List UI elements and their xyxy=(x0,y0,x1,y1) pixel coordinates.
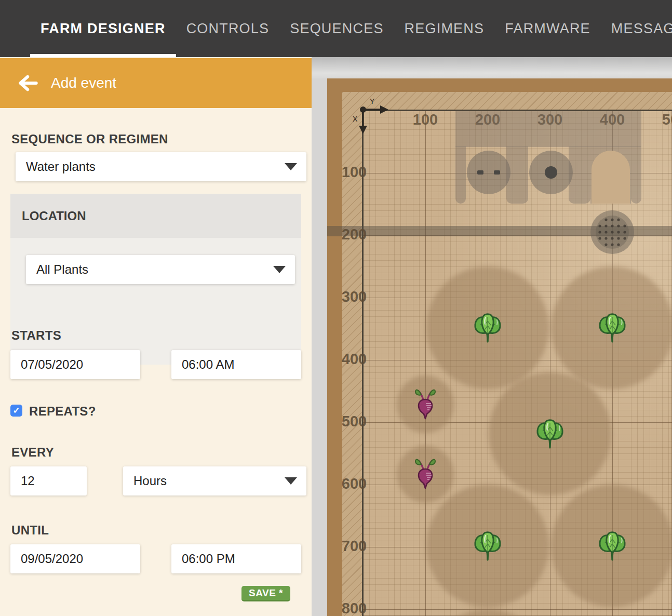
y-axis-tick-label: 500 xyxy=(662,111,672,128)
garden-map: 100200300400500 100200300400500600700800 xyxy=(312,57,672,616)
starts-time-value: 06:00 AM xyxy=(182,357,234,372)
page-title: Add event xyxy=(51,75,116,91)
y-axis-tick-label: 100 xyxy=(413,111,438,128)
sequence-dropdown[interactable]: Water plants xyxy=(16,152,306,181)
every-label: EVERY xyxy=(11,445,54,460)
checkmark-icon: ✓ xyxy=(12,405,20,416)
x-axis-tick-label: 200 xyxy=(342,226,367,243)
tab-messages[interactable]: MESSAGES xyxy=(601,0,672,57)
toolbay-leg xyxy=(631,146,641,204)
location-label: LOCATION xyxy=(22,209,86,223)
toolbay-seed-bin[interactable] xyxy=(529,151,573,194)
every-unit-value: Hours xyxy=(133,474,167,488)
panel-header: Add event xyxy=(0,58,312,108)
until-time-input[interactable]: 06:00 PM xyxy=(171,544,301,573)
top-navigation: FARM DESIGNERCONTROLSSEQUENCESREGIMENSFA… xyxy=(0,0,672,57)
toolbay-leg xyxy=(455,146,466,204)
toolbay-bar xyxy=(455,111,641,147)
sequence-dropdown-value: Water plants xyxy=(26,159,96,174)
plant-beet-icon[interactable] xyxy=(415,388,436,423)
location-dropdown-value: All Plants xyxy=(36,262,88,277)
tab-farm-designer[interactable]: FARM DESIGNER xyxy=(30,0,176,57)
repeats-checkbox[interactable]: ✓ xyxy=(10,405,22,417)
every-value-input[interactable]: 12 xyxy=(10,466,87,496)
x-axis-tick-label: 700 xyxy=(342,538,367,555)
sequence-or-regimen-label: SEQUENCE OR REGIMEN xyxy=(11,132,168,146)
x-axis-tick-label: 600 xyxy=(342,475,367,492)
x-axis-tick-label: 800 xyxy=(342,600,367,616)
starts-time-input[interactable]: 06:00 AM xyxy=(171,350,301,379)
bed-frame-top xyxy=(327,78,672,92)
every-value: 12 xyxy=(21,474,35,488)
location-dropdown[interactable]: All Plants xyxy=(26,255,295,284)
chevron-down-icon xyxy=(285,477,297,485)
plant-spinach-icon[interactable] xyxy=(598,530,627,564)
plant-spinach-icon[interactable] xyxy=(598,312,627,346)
axis-origin-arrows: Y X xyxy=(344,96,396,142)
x-axis-tick-label: 400 xyxy=(342,351,367,368)
save-button[interactable]: SAVE * xyxy=(241,586,290,601)
svg-text:Y: Y xyxy=(370,97,375,105)
until-label: UNTIL xyxy=(11,523,49,538)
every-unit-dropdown[interactable]: Hours xyxy=(123,466,306,496)
tab-farmware[interactable]: FARMWARE xyxy=(494,0,601,57)
x-axis-tick-label: 500 xyxy=(342,413,367,430)
until-time-value: 06:00 PM xyxy=(182,552,235,566)
plant-spinach-icon[interactable] xyxy=(473,312,502,346)
bed-frame-left xyxy=(327,78,342,616)
toolbay-seed-bin[interactable] xyxy=(467,151,510,194)
starts-date-value: 07/05/2020 xyxy=(21,357,83,372)
tab-regimens[interactable]: REGIMENS xyxy=(394,0,495,57)
toolbay-arch-slot xyxy=(592,151,630,204)
tab-controls[interactable]: CONTROLS xyxy=(176,0,280,57)
plant-spinach-icon[interactable] xyxy=(473,530,502,564)
location-header: LOCATION xyxy=(10,194,301,238)
chevron-down-icon xyxy=(273,266,286,273)
plant-beet-icon[interactable] xyxy=(415,458,436,493)
repeats-label: REPEATS? xyxy=(29,404,96,419)
until-date-input[interactable]: 09/05/2020 xyxy=(10,544,140,573)
back-arrow-icon[interactable] xyxy=(18,74,38,92)
chevron-down-icon xyxy=(285,163,297,170)
x-axis-tick-label: 300 xyxy=(342,288,367,305)
tab-sequences[interactable]: SEQUENCES xyxy=(279,0,394,57)
x-axis-tick-label: 100 xyxy=(342,164,367,181)
starts-label: STARTS xyxy=(11,328,61,343)
until-date-value: 09/05/2020 xyxy=(21,552,83,566)
map-top-gutter xyxy=(312,57,672,78)
starts-date-input[interactable]: 07/05/2020 xyxy=(10,350,140,379)
svg-text:X: X xyxy=(353,115,358,123)
watering-tool-icon[interactable] xyxy=(589,209,635,255)
plant-spinach-icon[interactable] xyxy=(535,418,565,452)
add-event-panel: Add event SEQUENCE OR REGIMEN Water plan… xyxy=(0,57,312,616)
